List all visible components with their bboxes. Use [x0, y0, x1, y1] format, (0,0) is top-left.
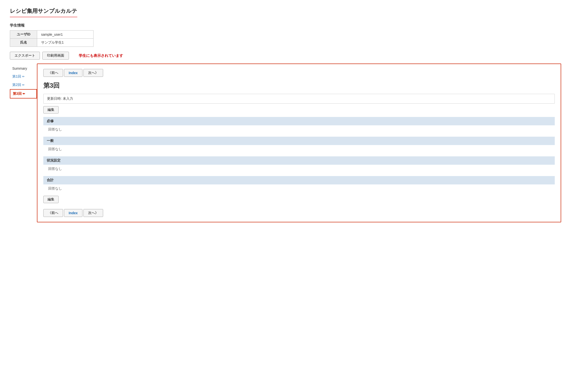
section-answer-0: 回答なし [43, 125, 555, 134]
section-header-1: 一般 [43, 137, 555, 145]
prev-button-bottom[interactable]: 《前へ [43, 209, 63, 217]
sidebar-item-3-label: 第3回 [13, 92, 22, 96]
section-header-0: 必修 [43, 117, 555, 125]
section-block-2: 状況設定回答なし [43, 156, 555, 173]
sidebar-item-2[interactable]: 第2回 ✏ [10, 81, 37, 89]
next-button-bottom[interactable]: 次へ》 [83, 209, 103, 217]
print-button[interactable]: 印刷用画面 [42, 52, 69, 60]
section-answer-3: 回答なし [43, 184, 555, 193]
next-button-top[interactable]: 次へ》 [83, 69, 103, 77]
index-button-bottom[interactable]: Index [64, 209, 82, 217]
edit-icon-1: ✏ [22, 75, 25, 78]
content-area: 《前へ Index 次へ》 第3回 更新日時: 未入力 編集 必修回答なし一般回… [37, 64, 561, 222]
name-value: サンプル学生1 [37, 39, 94, 47]
section-block-1: 一般回答なし [43, 137, 555, 153]
student-notice: 学生にも表示されています [79, 53, 123, 58]
content-heading: 第3回 [43, 81, 555, 90]
main-layout: Summary 第1回 ✏ 第2回 ✏ 第3回 ✏ 《前へ Index 次へ》 … [10, 64, 561, 222]
sidebar-item-1[interactable]: 第1回 ✏ [10, 72, 37, 81]
sidebar-item-3[interactable]: 第3回 ✏ [10, 89, 37, 98]
section-block-3: 合計回答なし [43, 176, 555, 193]
sidebar: Summary 第1回 ✏ 第2回 ✏ 第3回 ✏ [10, 64, 37, 222]
sidebar-item-summary[interactable]: Summary [10, 65, 37, 72]
user-id-label: ユーザID [10, 31, 37, 39]
edit-button-bottom[interactable]: 編集 [43, 196, 59, 203]
sections-container: 必修回答なし一般回答なし状況設定回答なし合計回答なし [43, 117, 555, 193]
section-block-0: 必修回答なし [43, 117, 555, 134]
student-info-title: 学生情報 [10, 23, 561, 28]
update-row: 更新日時: 未入力 [43, 94, 555, 104]
edit-icon-2: ✏ [22, 83, 25, 87]
section-answer-1: 回答なし [43, 145, 555, 153]
section-header-3: 合計 [43, 176, 555, 184]
top-nav-row: 《前へ Index 次へ》 [43, 69, 555, 77]
edit-icon-3: ✏ [23, 92, 25, 96]
name-label: 氏名 [10, 39, 37, 47]
edit-button-top[interactable]: 編集 [43, 106, 59, 114]
student-info-section: 学生情報 ユーザID sample_user1 氏名 サンプル学生1 [10, 23, 561, 47]
prev-button-top[interactable]: 《前へ [43, 69, 63, 77]
bottom-nav-row: 《前へ Index 次へ》 [43, 209, 555, 217]
name-row: 氏名 サンプル学生1 [10, 39, 94, 47]
sidebar-item-1-label: 第1回 [12, 74, 21, 79]
section-answer-2: 回答なし [43, 165, 555, 173]
user-id-value: sample_user1 [37, 31, 94, 39]
user-id-row: ユーザID sample_user1 [10, 31, 94, 39]
student-info-table: ユーザID sample_user1 氏名 サンプル学生1 [10, 30, 94, 47]
page-title: レシピ集用サンプルカルテ [10, 7, 77, 17]
section-header-2: 状況設定 [43, 156, 555, 165]
index-button-top[interactable]: Index [64, 69, 82, 77]
toolbar: エクスポート 印刷用画面 学生にも表示されています [10, 52, 561, 60]
sidebar-item-2-label: 第2回 [12, 83, 21, 87]
export-button[interactable]: エクスポート [10, 52, 40, 60]
